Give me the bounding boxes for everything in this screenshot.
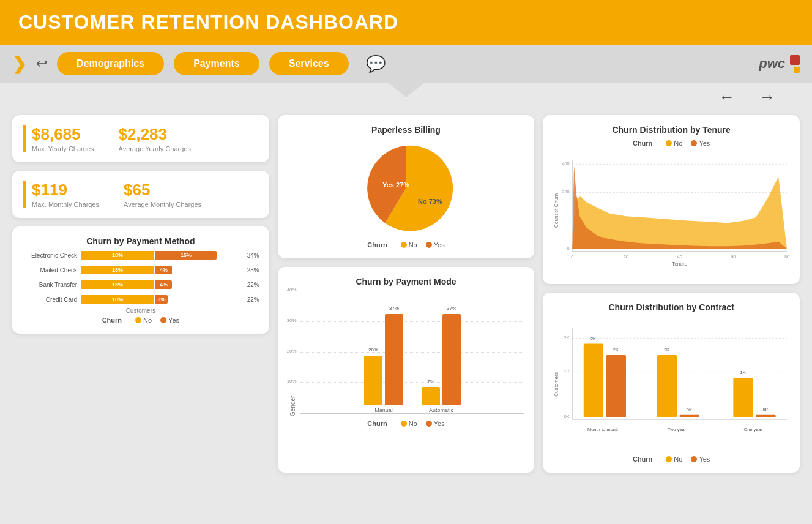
bar-segments-2: 18% 4% — [81, 280, 241, 289]
paperless-no-dot — [401, 242, 407, 248]
chevron-icon[interactable]: ❯ — [12, 54, 26, 74]
mode-legend-no: No — [401, 420, 417, 427]
method-label-3: Credit Card — [22, 296, 77, 303]
vbar-manual-no-bar — [364, 356, 382, 405]
legend-yes-label: Yes — [168, 316, 179, 324]
avg-monthly-label: Average Monthly Charges — [124, 201, 201, 208]
vbar-automatic-yes: 37% — [442, 314, 461, 405]
max-monthly-kpi: $119 Max. Monthly Charges — [23, 181, 99, 208]
method-label-0: Electronic Check — [22, 252, 77, 259]
avg-yearly-kpi: $2,283 Average Yearly Charges — [119, 125, 191, 152]
bar-yes-0: 15% — [155, 251, 217, 260]
tenure-legend: Churn No Yes — [553, 140, 790, 147]
tenure-ylabel-svg: Count of Churn — [554, 193, 560, 228]
kpi-column: $8,685 Max. Yearly Charges $2,283 Averag… — [12, 115, 269, 334]
next-arrow[interactable]: → — [759, 88, 775, 107]
pie-yes-label: Yes 27% — [382, 181, 409, 189]
avg-yearly-value: $2,283 — [119, 125, 191, 144]
payment-method-xlabel: Customers — [22, 307, 259, 314]
contract-mtm-xlabel: Month-to-month — [587, 427, 619, 432]
tenure-chart-container: Count of Churn 400 200 0 0 20 40 — [553, 149, 790, 274]
mode-yes-dot — [426, 421, 432, 427]
table-row: Bank Transfer 18% 4% 22% — [22, 280, 259, 289]
prev-arrow[interactable]: ← — [719, 88, 735, 107]
paperless-yes-dot — [426, 242, 432, 248]
contract-mtm-yes-label: 2K — [613, 347, 619, 353]
vbar-manual-no-pct: 20% — [368, 347, 378, 353]
bar-total-0: 34% — [247, 252, 259, 259]
contract-ty-xlabel: Two year — [668, 427, 686, 432]
gridline-0 — [300, 413, 525, 413]
yearly-charges-card: $8,685 Max. Yearly Charges $2,283 Averag… — [12, 115, 269, 162]
paperless-legend-no: No — [401, 241, 417, 249]
mode-no-dot — [401, 421, 407, 427]
header: CUSTOMER RETENTION DASHBOARD — [0, 0, 812, 45]
avg-monthly-value: $65 — [124, 181, 201, 200]
tenure-no-item: No — [666, 140, 682, 147]
tenure-yes-item: Yes — [691, 140, 710, 147]
bar-total-1: 23% — [247, 267, 259, 274]
mode-legend-yes: Yes — [426, 420, 445, 427]
ytick-200: 200 — [562, 189, 570, 195]
contract-ty-yes-label: 0K — [687, 407, 692, 413]
bar-yes-3: 3% — [155, 295, 168, 304]
contract-no-item: No — [666, 455, 682, 463]
contract-chart-container: Customers 2K 1K 0K 2K — [553, 317, 790, 454]
paperless-legend: Churn No Yes — [367, 241, 444, 249]
pwc-logo: pwc — [759, 55, 800, 73]
contract-ty-no-bar — [657, 355, 677, 417]
payment-method-legend: Churn No Yes — [22, 316, 259, 324]
nav-btn-demographics[interactable]: Demographics — [57, 52, 164, 75]
xtick-0: 0 — [572, 254, 574, 260]
payment-method-card: Churn by Payment Method Electronic Check… — [12, 226, 269, 334]
contract-yes-text: Yes — [699, 455, 710, 463]
bar-no-2: 18% — [81, 280, 154, 289]
legend-yes-dot — [160, 317, 166, 323]
paperless-title: Paperless Billing — [288, 125, 525, 135]
xtick-60: 60 — [731, 254, 736, 260]
nav-btn-services[interactable]: Services — [269, 52, 349, 75]
max-monthly-label: Max. Monthly Charges — [32, 201, 99, 208]
contract-legend: Churn No Yes — [553, 455, 790, 463]
payment-mode-title: Churn by Payment Mode — [288, 277, 525, 286]
right-column: Churn Distribution by Tenure Churn No Ye… — [543, 115, 800, 473]
tenure-chart-svg: Count of Churn 400 200 0 0 20 40 — [553, 149, 790, 272]
contract-yes-item: Yes — [691, 455, 710, 463]
paperless-legend-churn: Churn — [367, 241, 387, 249]
nav-btn-payments[interactable]: Payments — [174, 52, 259, 75]
bar-segments-1: 18% 4% — [81, 266, 241, 274]
contract-ylabel-svg: Customers — [554, 372, 560, 397]
bar-group-2: 18% 4% — [81, 280, 241, 289]
payment-method-chart: Electronic Check 18% 15% 34% Mailed Chec… — [22, 251, 259, 304]
nav-triangle — [388, 83, 425, 97]
contract-title: Churn Distribution by Contract — [553, 302, 790, 312]
gridline-20: 20% — [300, 352, 525, 353]
tenure-title: Churn Distribution by Tenure — [553, 125, 790, 135]
payment-mode-legend: Churn No Yes — [288, 420, 525, 427]
bar-total-2: 22% — [247, 282, 259, 288]
contract-legend-churn: Churn — [633, 455, 652, 463]
pwc-text: pwc — [759, 56, 785, 72]
bar-segments-0: 18% 15% — [81, 251, 241, 260]
contract-ty-no-label: 2K — [664, 347, 669, 353]
tenure-legend-churn: Churn — [633, 140, 652, 147]
vbar-manual: 20% 37% Manual — [364, 314, 403, 413]
pie-chart: Yes 27% No 73% — [357, 140, 455, 238]
back-icon[interactable]: ↩ — [36, 56, 47, 72]
contract-oy-yes-label: 0K — [763, 407, 769, 413]
contract-ty-yes-bar — [680, 415, 699, 417]
table-row: Credit Card 18% 3% 22% — [22, 295, 259, 304]
ytick-400: 400 — [562, 161, 570, 167]
contract-mtm-yes-bar — [606, 355, 626, 417]
table-row: Electronic Check 18% 15% 34% — [22, 251, 259, 260]
tenure-xlabel-label: Tenure — [672, 261, 688, 267]
pie-no-label: No 73% — [418, 198, 442, 205]
comment-icon[interactable]: 💬 — [366, 54, 386, 73]
contract-mtm-no-bar — [584, 344, 603, 417]
xtick-40: 40 — [677, 254, 682, 260]
bar-group-1: 18% 4% — [81, 266, 241, 274]
paperless-billing-card: Paperless Billing Yes 27% No 73% Churn N… — [278, 115, 535, 258]
max-monthly-value: $119 — [32, 181, 99, 200]
tenure-no-dot — [666, 140, 672, 146]
max-yearly-value: $8,685 — [32, 125, 94, 144]
